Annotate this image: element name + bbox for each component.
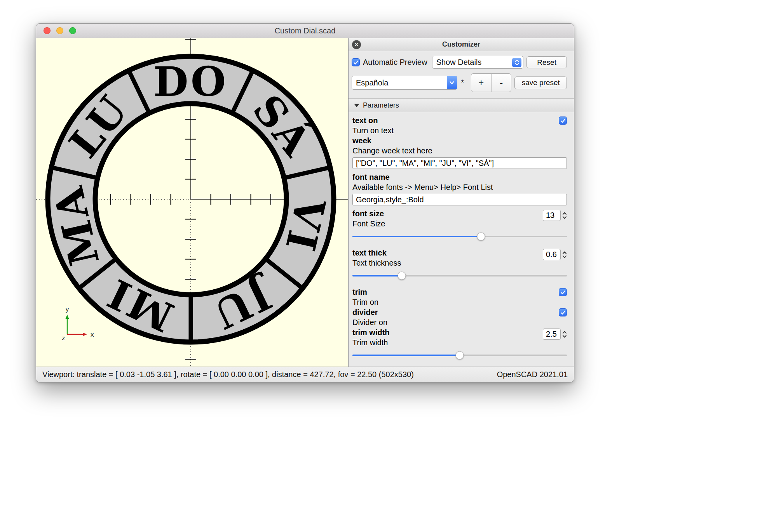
param-week: week Change week text here [352,136,567,172]
details-dropdown-value: Show Details [436,58,482,67]
param-description: Trim on [352,297,567,307]
preset-combobox-value: Española [356,78,388,87]
checkmark-icon [560,310,566,315]
param-description: Divider on [352,317,567,327]
param-name: divider [352,307,378,317]
save-preset-button[interactable]: save preset [514,76,567,89]
parameters-list: text on Turn on text week Change w [349,112,574,367]
param-description: Turn on text [352,125,567,136]
customizer-panel: ✕ Customizer Automatic Preview Show Deta… [348,38,574,367]
viewport-status-text: Viewport: translate = [ 0.03 -1.05 3.61 … [42,370,414,379]
automatic-preview-label: Automatic Preview [363,58,427,67]
chevron-down-icon [447,76,457,89]
param-name: text on [352,115,378,125]
trim-width-slider[interactable] [352,351,567,360]
preset-combobox[interactable]: Española [352,76,457,90]
main-content: DO SÁ VI JU MI MA LU y [36,38,574,367]
dial-preview: DO SÁ VI JU MI MA LU y [36,38,348,367]
slider-fill [352,355,460,356]
text-thick-slider[interactable] [352,271,567,280]
3d-viewport[interactable]: DO SÁ VI JU MI MA LU y [36,38,348,367]
param-font-name: font name Available fonts -> Menu> Help>… [352,172,567,209]
font-size-slider[interactable] [352,232,567,241]
param-font-size: font size 13 Fo [352,209,567,241]
stepper-arrows-icon[interactable] [562,330,567,339]
slider-thumb[interactable] [456,351,464,360]
divider-checkbox[interactable] [559,308,567,316]
font-size-spinbox[interactable]: 13 [543,210,567,221]
param-description: Font Size [352,219,567,229]
reset-button[interactable]: Reset [526,56,567,68]
param-text-thick: text thick 0.6 [352,248,567,280]
add-preset-button[interactable]: + [471,74,491,92]
param-description: Change week text here [352,146,567,156]
text-thick-spinbox[interactable]: 0.6 [543,249,567,260]
axis-y-label: y [66,306,69,313]
traffic-lights [44,27,76,34]
customizer-title: Customizer [349,40,574,49]
dial-ring: DO SÁ VI JU MI MA LU [44,56,335,342]
remove-preset-button[interactable]: - [491,74,511,92]
automatic-preview-checkbox[interactable] [352,58,360,66]
trim-width-spinbox[interactable]: 2.5 [543,329,567,340]
spinbox-value: 13 [543,210,561,221]
status-bar: Viewport: translate = [ 0.03 -1.05 3.61 … [36,367,574,382]
axis-x-label: x [91,331,94,338]
spinbox-value: 2.5 [543,329,561,340]
minimize-window-button[interactable] [56,27,63,34]
parameters-header-label: Parameters [363,101,399,110]
param-name: trim [352,287,367,297]
week-input[interactable] [352,157,567,169]
param-description: Trim width [352,337,567,348]
zoom-window-button[interactable] [69,27,76,34]
axis-z-label: z [62,334,65,342]
preset-modified-indicator: * [460,78,465,88]
param-name: font name [352,172,567,182]
desktop: Custom Dial.scad [0,0,760,532]
details-dropdown[interactable]: Show Details [432,56,524,69]
stepper-arrows-icon[interactable] [562,250,567,259]
checkmark-icon [560,290,566,295]
param-trim: trim Trim on [352,287,567,307]
param-trim-width: trim width 2.5 [352,327,567,360]
dial-label-ma: MA [44,181,108,270]
slider-fill [352,275,402,276]
close-customizer-button[interactable]: ✕ [352,40,361,49]
slider-fill [352,236,481,237]
param-name: trim width [352,327,390,337]
stepper-arrows-icon[interactable] [562,211,567,220]
titlebar[interactable]: Custom Dial.scad [36,24,574,38]
customizer-header: ✕ Customizer [349,38,574,51]
spinbox-value: 0.6 [543,249,561,260]
slider-thumb[interactable] [397,272,406,280]
param-text-on: text on Turn on text [352,115,567,136]
dial-label-do: DO [153,58,228,106]
customizer-toolbar-top: Automatic Preview Show Details Reset [349,51,574,69]
checkmark-icon [353,60,359,65]
openscad-window: Custom Dial.scad [36,23,574,382]
font-name-input[interactable] [352,194,567,205]
slider-thumb[interactable] [477,233,485,241]
param-name: text thick [352,248,387,258]
text-on-checkbox[interactable] [559,116,567,125]
disclosure-triangle-icon [354,104,359,107]
close-window-button[interactable] [44,27,51,34]
checkmark-icon [560,118,566,123]
param-name: font size [352,209,384,219]
app-version-text: OpenSCAD 2021.01 [497,370,568,379]
param-name: week [352,136,567,146]
preset-add-remove-group: + - [471,73,512,92]
window-title: Custom Dial.scad [36,26,574,35]
customizer-toolbar-presets: Española * + - save preset [349,69,574,92]
param-description: Available fonts -> Menu> Help> Font List [352,182,567,192]
close-icon: ✕ [354,42,358,47]
param-divider: divider Divider on [352,307,567,327]
axis-indicator: y x z [62,306,94,342]
param-description: Text thickness [352,258,567,268]
parameters-section-header[interactable]: Parameters [349,98,574,112]
trim-checkbox[interactable] [559,288,567,296]
updown-chevrons-icon [512,58,521,67]
